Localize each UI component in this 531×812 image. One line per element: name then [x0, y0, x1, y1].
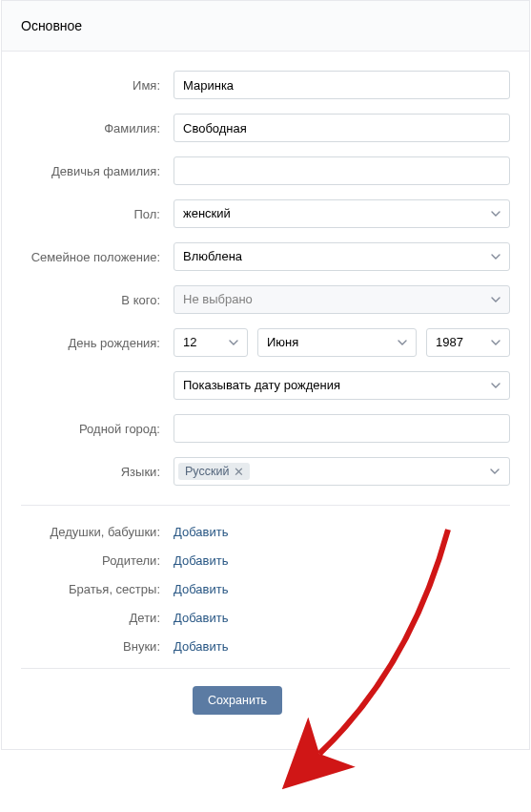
- maiden-name-input[interactable]: [174, 156, 510, 185]
- row-first-name: Имя:: [21, 71, 510, 99]
- row-parents: Родители: Добавить: [21, 553, 510, 568]
- birthday-month-select[interactable]: Июня: [257, 328, 417, 357]
- section-divider: [21, 505, 510, 506]
- add-grandchildren-link[interactable]: Добавить: [174, 639, 228, 654]
- row-partner: В кого: Не выбрано: [21, 285, 510, 314]
- label-partner: В кого:: [21, 293, 174, 307]
- label-grandchildren: Внуки:: [21, 639, 174, 654]
- partner-value: Не выбрано: [174, 285, 510, 314]
- relationship-value: Влюблена: [174, 242, 510, 271]
- row-children: Дети: Добавить: [21, 611, 510, 625]
- relationship-select[interactable]: Влюблена: [174, 242, 510, 271]
- row-maiden-name: Девичья фамилия:: [21, 156, 510, 185]
- birthday-year-value: 1987: [426, 328, 510, 357]
- add-siblings-link[interactable]: Добавить: [174, 582, 228, 596]
- chevron-down-icon: [490, 468, 500, 474]
- row-grandchildren: Внуки: Добавить: [21, 639, 510, 654]
- birthday-visibility-value: Показывать дату рождения: [174, 371, 510, 400]
- label-languages: Языки:: [21, 465, 174, 479]
- birthday-visibility-select[interactable]: Показывать дату рождения: [174, 371, 510, 400]
- hometown-input[interactable]: [174, 414, 510, 443]
- row-hometown: Родной город:: [21, 414, 510, 443]
- label-first-name: Имя:: [21, 78, 174, 93]
- add-children-link[interactable]: Добавить: [174, 611, 228, 625]
- partner-select[interactable]: Не выбрано: [174, 285, 510, 314]
- gender-select[interactable]: женский: [174, 199, 510, 228]
- row-last-name: Фамилия:: [21, 114, 510, 142]
- label-gender: Пол:: [21, 207, 174, 221]
- settings-panel: Основное Имя: Фамилия: Девичья фамилия: …: [1, 0, 530, 750]
- row-relationship: Семейное положение: Влюблена: [21, 242, 510, 271]
- page-title: Основное: [21, 18, 510, 33]
- row-siblings: Братья, сестры: Добавить: [21, 582, 510, 596]
- add-grandparents-link[interactable]: Добавить: [174, 525, 228, 539]
- label-maiden-name: Девичья фамилия:: [21, 164, 174, 178]
- row-languages: Языки: Русский ✕: [21, 457, 510, 486]
- label-birthday: День рождения:: [21, 336, 174, 350]
- label-last-name: Фамилия:: [21, 121, 174, 135]
- row-birthday: День рождения: 12 Июня 1987: [21, 328, 510, 357]
- label-hometown: Родной город:: [21, 422, 174, 436]
- languages-input[interactable]: Русский ✕: [174, 457, 510, 486]
- row-gender: Пол: женский: [21, 199, 510, 228]
- close-icon[interactable]: ✕: [234, 466, 244, 478]
- first-name-input[interactable]: [174, 71, 510, 99]
- label-children: Дети:: [21, 611, 174, 625]
- form-body: Имя: Фамилия: Девичья фамилия: Пол: женс…: [2, 52, 529, 749]
- birthday-year-select[interactable]: 1987: [426, 328, 510, 357]
- row-grandparents: Дедушки, бабушки: Добавить: [21, 525, 510, 539]
- add-parents-link[interactable]: Добавить: [174, 553, 228, 568]
- row-birthday-visibility: Показывать дату рождения: [21, 371, 510, 400]
- last-name-input[interactable]: [174, 114, 510, 142]
- footer-area: Сохранить: [21, 668, 510, 734]
- panel-header: Основное: [2, 1, 529, 52]
- birthday-day-value: 12: [174, 328, 248, 357]
- label-parents: Родители:: [21, 553, 174, 568]
- language-tag-label: Русский: [185, 465, 229, 478]
- label-siblings: Братья, сестры:: [21, 582, 174, 596]
- gender-value: женский: [174, 199, 510, 228]
- birthday-day-select[interactable]: 12: [174, 328, 248, 357]
- label-relationship: Семейное положение:: [21, 250, 174, 264]
- save-button[interactable]: Сохранить: [193, 686, 282, 715]
- label-grandparents: Дедушки, бабушки:: [21, 525, 174, 539]
- birthday-month-value: Июня: [257, 328, 417, 357]
- language-tag: Русский ✕: [178, 463, 250, 480]
